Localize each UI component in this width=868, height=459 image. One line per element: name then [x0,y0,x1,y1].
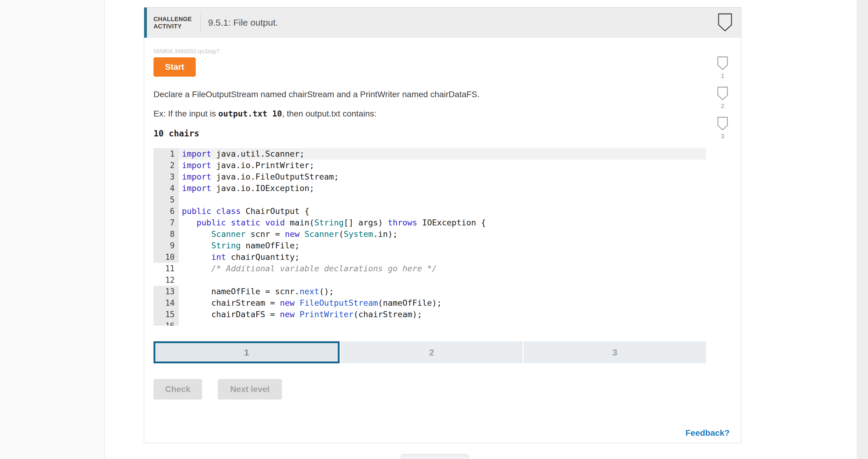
gutter-line-13: 13 [154,286,179,297]
editor-gutter: 12345678910111213141516 [154,148,179,325]
gutter-line-12: 12 [154,274,179,286]
code-editor[interactable]: 12345678910111213141516 import java.util… [154,148,706,325]
gutter-line-11: 11 [154,263,179,274]
kicker-line-1: CHALLENGE [154,16,192,23]
check-button[interactable]: Check [154,379,202,400]
code-line-11[interactable]: /* Additional variable declarations go h… [179,263,706,274]
shield-icon [716,116,729,131]
gutter-line-2: 2 [154,160,179,171]
gutter-line-14: 14 [154,297,179,309]
shield-icon [716,86,729,101]
header-accent-bar [144,7,147,38]
gutter-line-15: 15 [154,309,179,320]
expected-output: 10 chairs [154,128,199,139]
level-tab-2[interactable]: 2 [341,341,523,363]
code-line-12[interactable] [179,274,706,286]
gutter-line-9: 9 [154,240,179,251]
gutter-line-10: 10 [154,251,179,263]
example-suffix: , then output.txt contains: [282,109,376,118]
gutter-line-7: 7 [154,217,179,228]
instruction-text: Declare a FileOutputStream named chairSt… [154,90,479,99]
code-line-3[interactable]: import java.io.FileOutputStream; [179,171,706,182]
code-line-14[interactable]: chairStream = new FileOutputStream(nameO… [179,297,706,309]
code-line-9[interactable]: String nameOfFile; [179,240,706,251]
kicker-line-2: ACTIVITY [154,23,192,30]
activity-shield-icon [717,12,734,32]
level-shield-3: 3 [716,116,729,140]
action-row: Check Next level [154,379,282,400]
code-line-16[interactable] [179,320,706,325]
code-line-15[interactable]: chairDataFS = new PrintWriter(chairStrea… [179,309,706,320]
activity-id: 555804.3496552.qx3zqy7 [154,48,220,55]
shield-number: 2 [721,103,724,110]
code-line-2[interactable]: import java.io.PrintWriter; [179,160,706,171]
example-line: Ex: If the input is output.txt 10, then … [154,109,376,119]
level-shield-rail: 123 [716,56,729,140]
gutter-line-8: 8 [154,228,179,240]
gutter-line-1: 1 [154,148,179,160]
shield-number: 1 [721,73,724,79]
gutter-line-5: 5 [154,194,179,205]
activity-kicker: CHALLENGE ACTIVITY [154,16,192,30]
shield-icon [716,56,729,70]
code-line-5[interactable] [179,194,706,205]
activity-title: 9.5.1: File output. [208,18,278,28]
code-line-6[interactable]: public class ChairOutput { [179,205,706,217]
gutter-line-3: 3 [154,171,179,182]
code-line-7[interactable]: public static void main(String[] args) t… [179,217,706,228]
gutter-line-16: 16 [154,320,179,325]
challenge-activity-card: CHALLENGE ACTIVITY 9.5.1: File output. 1… [144,7,741,443]
bottom-widget-sliver[interactable] [401,454,469,459]
level-shield-2: 2 [716,86,729,110]
activity-header: CHALLENGE ACTIVITY 9.5.1: File output. [144,7,741,38]
code-line-13[interactable]: nameOfFile = scnr.next(); [179,286,706,297]
shield-number: 3 [721,133,724,140]
level-tab-3[interactable]: 3 [524,341,706,363]
gutter-line-4: 4 [154,182,179,194]
code-line-8[interactable]: Scanner scnr = new Scanner(System.in); [179,228,706,240]
start-button[interactable]: Start [154,57,196,77]
example-input: output.txt 10 [218,109,282,118]
next-level-button[interactable]: Next level [218,379,282,400]
level-shield-1: 1 [716,56,729,79]
editor-code[interactable]: import java.util.Scanner;import java.io.… [179,148,706,325]
gutter-line-6: 6 [154,205,179,217]
page-left-margin [0,0,104,459]
code-line-4[interactable]: import java.io.IOException; [179,182,706,194]
code-line-1[interactable]: import java.util.Scanner; [179,148,706,160]
code-line-10[interactable]: int chairQuantity; [179,251,706,263]
example-prefix: Ex: If the input is [154,109,218,118]
feedback-link[interactable]: Feedback? [685,428,730,438]
level-tab-1[interactable]: 1 [154,341,340,363]
level-tabs: 123 [154,341,706,363]
header-divider [200,13,200,32]
